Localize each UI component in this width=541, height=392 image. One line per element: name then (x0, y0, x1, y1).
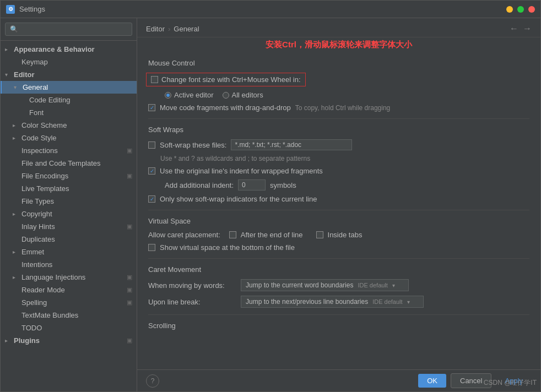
breadcrumb-separator: › (168, 25, 170, 33)
caret-movement-title: Caret Movement (148, 265, 529, 274)
sidebar-label: File Types (21, 197, 54, 205)
use-original-indent-checkbox[interactable] (148, 167, 155, 175)
minimize-button[interactable] (506, 6, 513, 13)
mouse-control-title: Mouse Control (148, 59, 529, 67)
show-virtual-space-label: Show virtual space at the bottom of the … (160, 243, 295, 252)
after-end-checkbox[interactable] (229, 231, 236, 238)
maximize-button[interactable] (517, 6, 524, 13)
moving-by-words-dropdown[interactable]: Jump to the current word boundaries IDE … (241, 279, 409, 291)
radio-all-editors[interactable]: All editors (223, 91, 263, 99)
only-show-indicators-checkbox[interactable] (148, 195, 155, 203)
sidebar-label: Plugins (14, 336, 40, 345)
expand-arrow (13, 122, 20, 128)
sidebar-item-plugins[interactable]: Plugins ▣ (1, 334, 137, 347)
sidebar-label: Copyright (21, 210, 52, 218)
inside-tabs-label: Inside tabs (328, 231, 363, 239)
soft-wrap-label: Soft-wrap these files: (160, 141, 226, 149)
forward-arrow[interactable]: → (523, 24, 532, 34)
sidebar-item-file-encodings[interactable]: File Encodings ▣ (1, 170, 137, 182)
soft-wrap-input[interactable] (231, 139, 352, 150)
bottom-bar: ? OK Cancel Apply (137, 369, 540, 391)
window-title: Settings (19, 5, 506, 13)
annotation-banner: 安装Ctrl，滑动鼠标滚轮来调整字体大小 (137, 37, 540, 52)
use-original-indent-row: Use the original line's indent for wrapp… (148, 167, 529, 175)
move-code-checkbox[interactable] (148, 104, 155, 111)
sidebar-label: File Encodings (21, 172, 68, 180)
badge-icon: ▣ (127, 274, 132, 281)
badge-icon: ▣ (127, 286, 132, 293)
sidebar-item-duplicates[interactable]: Duplicates (1, 233, 137, 246)
sidebar-label: Inlay Hints (21, 222, 55, 231)
allow-caret-row: Allow caret placement: After the end of … (148, 231, 529, 239)
sidebar-item-editor[interactable]: Editor (1, 68, 137, 81)
virtual-space-title: Virtual Space (148, 217, 529, 225)
sidebar-item-general[interactable]: General (1, 81, 137, 94)
only-show-indicators-row: Only show soft-wrap indicators for the c… (148, 195, 529, 203)
line-break-row: Upon line break: Jump to the next/previo… (148, 296, 529, 308)
sidebar-item-intentions[interactable]: Intentions (1, 258, 137, 271)
sidebar-item-inspections[interactable]: Inspections ▣ (1, 144, 137, 157)
show-virtual-space-row: Show virtual space at the bottom of the … (148, 243, 529, 252)
sidebar-item-code-editing[interactable]: Code Editing (1, 94, 137, 106)
apply-button[interactable]: Apply (496, 374, 532, 388)
sidebar-label: Intentions (21, 260, 52, 269)
sidebar-item-live-templates[interactable]: Live Templates (1, 182, 137, 195)
sidebar-item-todo[interactable]: TODO (1, 322, 137, 334)
main-panel: Editor › General ← → 安装Ctrl，滑动鼠标滚轮来调整字体大… (137, 18, 540, 391)
sidebar-item-textmate-bundles[interactable]: TextMate Bundles (1, 309, 137, 322)
add-indent-suffix: symbols (270, 181, 296, 189)
help-button[interactable]: ? (146, 374, 159, 388)
add-indent-input[interactable] (238, 179, 266, 190)
badge-icon: ▣ (127, 337, 132, 344)
dropdown-arrow: ▾ (407, 299, 410, 305)
line-break-dropdown[interactable]: Jump to the next/previous line boundarie… (241, 296, 424, 308)
soft-wrap-checkbox[interactable] (148, 141, 155, 149)
only-show-indicators-label: Only show soft-wrap indicators for the c… (160, 195, 317, 203)
sidebar-label: Font (29, 108, 44, 117)
move-code-row: Move code fragments with drag-and-drop T… (148, 104, 529, 112)
radio-active-label: Active editor (174, 91, 214, 99)
sidebar-label: Keymap (21, 58, 48, 66)
sidebar-item-emmet[interactable]: Emmet (1, 246, 137, 258)
sidebar-item-font[interactable]: Font (1, 106, 137, 119)
sidebar-item-inlay-hints[interactable]: Inlay Hints ▣ (1, 220, 137, 233)
close-button[interactable] (528, 6, 535, 13)
sidebar-item-code-style[interactable]: Code Style (1, 132, 137, 144)
sidebar-item-keymap[interactable]: Keymap (1, 56, 137, 68)
sidebar-item-spelling[interactable]: Spelling ▣ (1, 296, 137, 309)
change-font-label: Change font size with Ctrl+Mouse Wheel i… (161, 75, 301, 84)
radio-active-editor[interactable]: Active editor (165, 91, 214, 99)
settings-content: Mouse Control Change font size with Ctrl… (137, 52, 540, 369)
dropdown-value: Jump to the next/previous line boundarie… (246, 298, 368, 306)
sidebar: Appearance & Behavior Keymap Editor Gene… (1, 18, 137, 391)
expand-arrow (5, 337, 13, 344)
change-font-row: Change font size with Ctrl+Mouse Wheel i… (148, 73, 529, 86)
back-arrow[interactable]: ← (510, 24, 518, 34)
change-font-checkbox[interactable] (151, 76, 158, 83)
sidebar-item-reader-mode[interactable]: Reader Mode ▣ (1, 284, 137, 296)
add-indent-row: Add additional indent: symbols (148, 179, 529, 190)
radio-dot-active (165, 92, 171, 99)
sidebar-label: Duplicates (21, 235, 55, 243)
expand-arrow (13, 211, 20, 217)
expand-arrow (5, 46, 13, 52)
sidebar-item-color-scheme[interactable]: Color Scheme (1, 119, 137, 132)
sidebar-label: Reader Mode (21, 286, 65, 294)
search-input[interactable] (5, 23, 132, 36)
sidebar-item-language-injections[interactable]: Language Injections ▣ (1, 271, 137, 284)
sidebar-item-appearance[interactable]: Appearance & Behavior (1, 43, 137, 56)
nav-arrows: ← → (510, 24, 532, 34)
inside-tabs-checkbox[interactable] (316, 231, 323, 238)
dropdown-value: Jump to the current word boundaries (246, 281, 353, 289)
sidebar-item-file-types[interactable]: File Types (1, 195, 137, 208)
after-end-label: After the end of line (241, 231, 303, 239)
cancel-button[interactable]: Cancel (451, 373, 491, 388)
move-code-hint: To copy, hold Ctrl while dragging (295, 104, 391, 112)
ok-button[interactable]: OK (418, 374, 446, 388)
dropdown-hint: IDE default (372, 298, 402, 305)
sidebar-item-file-code-templates[interactable]: File and Code Templates (1, 157, 137, 170)
sidebar-item-copyright[interactable]: Copyright (1, 208, 137, 220)
show-virtual-space-checkbox[interactable] (148, 244, 155, 251)
sidebar-label: Editor (14, 70, 35, 79)
sidebar-label: TextMate Bundles (21, 311, 78, 319)
